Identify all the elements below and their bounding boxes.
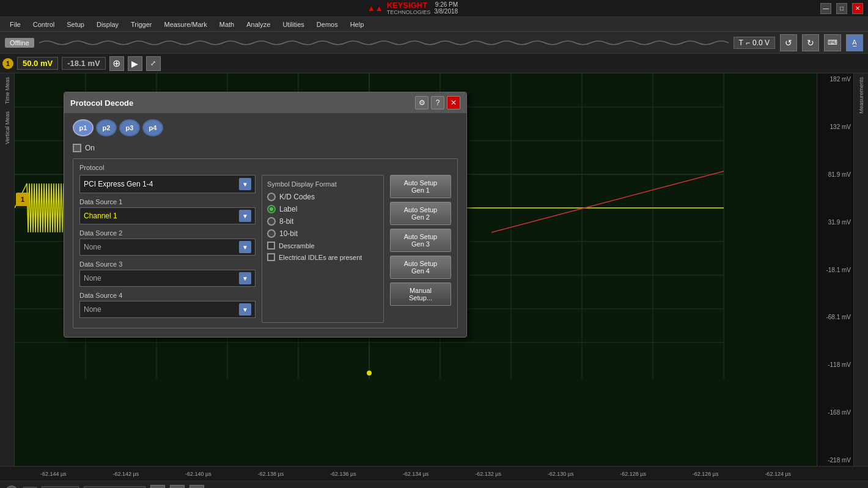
menu-setup[interactable]: Setup [62, 20, 89, 29]
radio-kd-codes[interactable]: K/D Codes [267, 193, 378, 201]
symbol-display-section: Symbol Display Format K/D Codes Label [262, 175, 384, 323]
x-label-2: -62.140 µs [162, 471, 235, 477]
dialog-title-bar: Protocol Decode ⚙ ? ✕ [64, 92, 466, 113]
ds1-dropdown[interactable]: Channel 1 ▼ [79, 207, 256, 224]
radio-8bit-row[interactable]: 8-bit [267, 217, 378, 226]
tab-p4[interactable]: p4 [142, 119, 163, 136]
close-button[interactable]: ✕ [852, 3, 863, 14]
x-axis: -62.144 µs -62.142 µs -62.140 µs -62.138… [0, 466, 868, 481]
tab-p1[interactable]: p1 [73, 119, 94, 136]
radio-10bit-button[interactable] [267, 229, 276, 238]
x-label-6: -62.132 µs [452, 471, 524, 477]
datetime-display: 9:26 PM 3/8/2018 [434, 1, 458, 15]
ds4-dropdown[interactable]: None ▼ [79, 301, 256, 318]
menu-help[interactable]: Help [345, 20, 369, 29]
add-channel-button[interactable]: ⊕ [109, 56, 124, 71]
auto-setup-gen3-button[interactable]: Auto SetupGen 3 [390, 229, 451, 252]
menu-control[interactable]: Control [28, 20, 59, 29]
label-option-label: Label [279, 205, 297, 213]
electrical-idle-checkbox[interactable] [267, 253, 275, 261]
10bit-label: 10-bit [279, 229, 298, 238]
menu-trigger[interactable]: Trigger [126, 20, 156, 29]
ds2-arrow[interactable]: ▼ [239, 241, 251, 253]
y-label-5: -68.1 mV [820, 314, 851, 320]
ds4-value: None [84, 305, 101, 314]
undo-button[interactable]: ↺ [780, 34, 797, 51]
descramble-checkbox[interactable] [267, 242, 275, 250]
descramble-label: Descramble [279, 242, 315, 250]
tab-p2[interactable]: p2 [96, 119, 117, 136]
menu-display[interactable]: Display [92, 20, 123, 29]
electrical-idle-row[interactable]: Electrical IDLEs are present [267, 253, 378, 261]
forward-button[interactable]: ▶▶ [170, 485, 185, 489]
time-meas-label[interactable]: Time Meas [4, 73, 10, 108]
menu-utilities[interactable]: Utilities [278, 20, 309, 29]
channel-expand-button[interactable]: ⤢ [146, 56, 161, 71]
title-bar: ▲▲ KEYSIGHT TECHNOLOGIES 9:26 PM 3/8/201… [0, 0, 868, 17]
channel-scale[interactable]: 50.0 mV [17, 57, 58, 70]
dialog-settings-button[interactable]: ⚙ [415, 96, 428, 109]
ds3-dropdown[interactable]: None ▼ [79, 270, 256, 287]
ds2-dropdown[interactable]: None ▼ [79, 238, 256, 256]
channel-offset[interactable]: -18.1 mV [62, 57, 105, 70]
keysight-icon: ▲▲ [367, 4, 383, 13]
dialog-close-button[interactable]: ✕ [447, 96, 460, 109]
auto-setup-gen4-button[interactable]: Auto SetupGen 4 [390, 256, 451, 279]
svg-text:1: 1 [21, 196, 24, 203]
minimize-button[interactable]: — [820, 3, 831, 14]
radio-label-button[interactable] [267, 205, 276, 213]
radio-label-row[interactable]: Label [267, 205, 378, 213]
settings-button[interactable]: A̲ [846, 34, 863, 51]
channel-arrow-button[interactable]: ▶ [128, 56, 142, 71]
ds1-arrow[interactable]: ▼ [239, 210, 251, 222]
trigger-slope-icon: ⌐ [746, 39, 750, 47]
x-label-10: -62.124 µs [741, 471, 814, 477]
menu-measure-mark[interactable]: Measure/Mark [159, 20, 211, 29]
dialog-help-button[interactable]: ? [431, 96, 444, 109]
protocol-dropdown-arrow[interactable]: ▼ [239, 178, 251, 190]
ds3-label: Data Source 3 [79, 261, 256, 268]
vertical-meas-label[interactable]: Vertical Meas [4, 108, 10, 148]
y-label-3: 31.9 mV [820, 219, 851, 226]
protocol-inner: PCI Express Gen 1-4 ▼ Data Source 1 Chan… [79, 175, 451, 323]
menu-math[interactable]: Math [215, 20, 239, 29]
redo-button[interactable]: ↻ [802, 34, 819, 51]
protocol-left-col: PCI Express Gen 1-4 ▼ Data Source 1 Chan… [79, 175, 256, 323]
svg-point-19 [367, 371, 372, 375]
timebase-value[interactable]: 2.00 ns/ [42, 486, 79, 489]
radio-10bit-row[interactable]: 10-bit [267, 229, 378, 238]
window-controls: — □ ✕ [820, 3, 863, 14]
run-button[interactable]: ▶ [5, 486, 18, 489]
radio-8bit-button[interactable] [267, 217, 276, 226]
menu-demos[interactable]: Demos [312, 20, 343, 29]
expand-button[interactable]: ⤢ [189, 485, 204, 489]
maximize-button[interactable]: □ [836, 3, 847, 14]
protocol-dropdown[interactable]: PCI Express Gen 1-4 ▼ [79, 175, 256, 193]
auto-setup-gen2-button[interactable]: Auto SetupGen 2 [390, 202, 451, 225]
radio-kd-button[interactable] [267, 193, 276, 201]
manual-setup-button[interactable]: ManualSetup... [390, 283, 451, 306]
tab-p3[interactable]: p3 [119, 119, 140, 136]
ds1-label: Data Source 1 [79, 198, 256, 205]
trigger-area[interactable]: T ⌐ 0.0 V [734, 37, 775, 49]
on-label: On [85, 144, 95, 152]
electrical-idle-label: Electrical IDLEs are present [279, 254, 362, 261]
measurements-label[interactable]: Measurements [858, 73, 864, 117]
auto-setup-gen1-button[interactable]: Auto SetupGen 1 [390, 175, 451, 198]
keyboard-button[interactable]: ⌨ [824, 34, 841, 51]
protocol-dropdown-row: PCI Express Gen 1-4 ▼ [79, 175, 256, 193]
time-offset-value[interactable]: -62.1337264 µs [84, 486, 146, 489]
ds3-arrow[interactable]: ▼ [239, 272, 251, 284]
kd-codes-label: K/D Codes [279, 193, 315, 201]
menu-file[interactable]: File [5, 20, 26, 29]
descramble-row[interactable]: Descramble [267, 242, 378, 250]
channel-badge[interactable]: 1 [2, 58, 13, 69]
on-checkbox[interactable] [73, 144, 81, 152]
record-button[interactable]: ⏺ [150, 485, 165, 489]
x-label-1: -62.142 µs [90, 471, 163, 477]
y-label-7: -168 mV [820, 409, 851, 416]
protocol-value: PCI Express Gen 1-4 [84, 180, 153, 188]
side-panel-left: Time Meas Vertical Meas [0, 73, 15, 466]
menu-analyze[interactable]: Analyze [241, 20, 275, 29]
ds4-arrow[interactable]: ▼ [239, 303, 251, 316]
